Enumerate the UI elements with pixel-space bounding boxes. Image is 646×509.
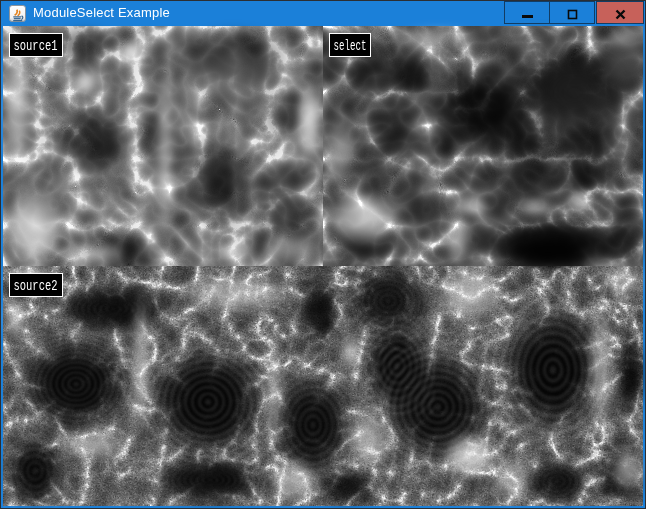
svg-text:source2: source2 (14, 278, 58, 295)
svg-text:source1: source1 (14, 38, 58, 55)
svg-text:select: select (334, 38, 367, 55)
